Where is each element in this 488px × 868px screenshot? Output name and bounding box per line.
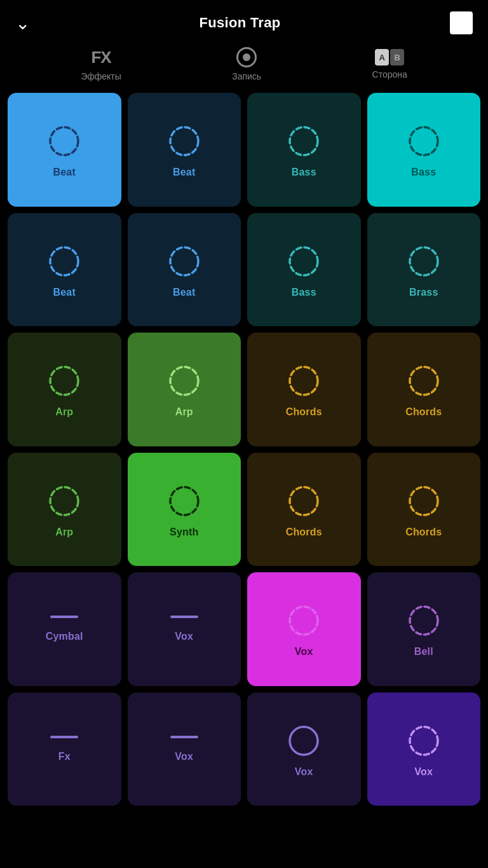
p13-label: Arp bbox=[55, 527, 73, 538]
pad-p23[interactable]: Vox bbox=[247, 692, 361, 806]
svg-point-4 bbox=[50, 247, 78, 275]
svg-point-5 bbox=[170, 247, 198, 275]
svg-point-7 bbox=[410, 247, 438, 275]
svg-point-15 bbox=[410, 487, 438, 515]
pad-p4[interactable]: Bass bbox=[367, 93, 481, 207]
pad-p7[interactable]: Bass bbox=[247, 213, 361, 327]
header-square-button[interactable] bbox=[450, 11, 473, 34]
fx-button[interactable]: FX Эффекты bbox=[81, 48, 121, 81]
pad-p14[interactable]: Synth bbox=[128, 453, 241, 567]
pad-p16[interactable]: Chords bbox=[367, 453, 481, 567]
svg-point-9 bbox=[170, 367, 198, 395]
svg-point-6 bbox=[290, 247, 318, 275]
svg-point-19 bbox=[410, 727, 438, 755]
header: ⌄ Fusion Trap bbox=[0, 0, 488, 41]
toolbar: FX Эффекты Запись A B Сторона bbox=[0, 41, 488, 93]
ab-label: Сторона bbox=[372, 69, 407, 79]
fx-icon: FX bbox=[91, 48, 111, 67]
p11-label: Chords bbox=[286, 406, 322, 418]
p8-label: Brass bbox=[409, 287, 438, 298]
p21-dash-icon bbox=[50, 736, 78, 738]
p20-label: Bell bbox=[414, 646, 433, 658]
p3-label: Bass bbox=[292, 167, 316, 178]
p19-label: Vox bbox=[295, 646, 313, 658]
p8-circle-icon bbox=[403, 241, 444, 282]
svg-point-12 bbox=[50, 487, 78, 515]
p23-label: Vox bbox=[295, 766, 313, 778]
pad-p19[interactable]: Vox bbox=[247, 572, 361, 686]
p14-circle-icon bbox=[164, 481, 205, 521]
pad-p12[interactable]: Chords bbox=[367, 333, 481, 446]
record-button[interactable]: Запись bbox=[232, 47, 261, 81]
pad-p11[interactable]: Chords bbox=[247, 333, 361, 446]
pad-p15[interactable]: Chords bbox=[247, 453, 361, 567]
p16-label: Chords bbox=[405, 527, 442, 538]
p1-label: Beat bbox=[53, 167, 76, 178]
p17-dash-icon bbox=[50, 616, 78, 618]
pad-p18[interactable]: Vox bbox=[128, 572, 241, 686]
p12-label: Chords bbox=[405, 406, 442, 418]
pad-p24[interactable]: Vox bbox=[367, 692, 481, 806]
pad-p22[interactable]: Vox bbox=[128, 692, 241, 806]
p4-circle-icon bbox=[403, 121, 444, 162]
svg-point-10 bbox=[290, 367, 318, 395]
p9-label: Arp bbox=[55, 406, 73, 418]
p15-circle-icon bbox=[283, 481, 324, 521]
pad-grid: BeatBeatBassBassBeatBeatBassBrassArpArpC… bbox=[0, 93, 488, 806]
b-box: B bbox=[390, 49, 404, 65]
svg-point-1 bbox=[170, 127, 198, 155]
p18-label: Vox bbox=[175, 631, 193, 642]
pad-p20[interactable]: Bell bbox=[367, 572, 481, 686]
ab-icon: A B bbox=[375, 49, 404, 65]
fx-label: Эффекты bbox=[81, 71, 121, 81]
svg-point-13 bbox=[170, 487, 198, 515]
record-label: Запись bbox=[232, 71, 261, 81]
p5-circle-icon bbox=[44, 241, 85, 282]
pad-p21[interactable]: Fx bbox=[8, 692, 121, 806]
p19-circle-icon bbox=[283, 600, 324, 641]
p24-label: Vox bbox=[414, 766, 433, 778]
pad-p5[interactable]: Beat bbox=[8, 213, 121, 327]
p22-dash-icon bbox=[170, 736, 198, 738]
p10-circle-icon bbox=[164, 361, 205, 401]
p6-circle-icon bbox=[164, 241, 205, 282]
p15-label: Chords bbox=[286, 527, 322, 538]
pad-p1[interactable]: Beat bbox=[8, 93, 121, 207]
pad-p9[interactable]: Arp bbox=[8, 333, 121, 446]
pad-p17[interactable]: Cymbal bbox=[8, 572, 121, 686]
p17-label: Cymbal bbox=[46, 631, 83, 642]
back-chevron[interactable]: ⌄ bbox=[15, 13, 30, 34]
p24-circle-icon bbox=[403, 720, 444, 761]
svg-point-18 bbox=[290, 727, 318, 755]
svg-point-14 bbox=[290, 487, 318, 515]
ab-side-button[interactable]: A B Сторона bbox=[372, 49, 407, 79]
pad-p10[interactable]: Arp bbox=[128, 333, 241, 446]
p5-label: Beat bbox=[53, 287, 76, 298]
svg-point-2 bbox=[290, 127, 318, 155]
p23-circle-icon bbox=[283, 720, 324, 761]
p4-label: Bass bbox=[411, 167, 436, 178]
pad-p3[interactable]: Bass bbox=[247, 93, 361, 207]
pad-p13[interactable]: Arp bbox=[8, 453, 121, 567]
p20-circle-icon bbox=[403, 600, 444, 641]
p6-label: Beat bbox=[173, 287, 195, 298]
svg-point-0 bbox=[50, 127, 78, 155]
p13-circle-icon bbox=[44, 481, 85, 521]
p3-circle-icon bbox=[283, 121, 324, 162]
pad-p6[interactable]: Beat bbox=[128, 213, 241, 327]
p10-label: Arp bbox=[175, 406, 193, 418]
p2-circle-icon bbox=[164, 121, 205, 162]
p21-label: Fx bbox=[58, 751, 71, 762]
svg-point-11 bbox=[410, 367, 438, 395]
p14-label: Synth bbox=[170, 527, 198, 538]
p2-label: Beat bbox=[173, 167, 195, 178]
page-title: Fusion Trap bbox=[200, 15, 281, 31]
p22-label: Vox bbox=[175, 751, 193, 762]
p7-circle-icon bbox=[283, 241, 324, 282]
svg-point-17 bbox=[410, 607, 438, 635]
p18-dash-icon bbox=[170, 616, 198, 618]
pad-p2[interactable]: Beat bbox=[128, 93, 241, 207]
pad-p8[interactable]: Brass bbox=[367, 213, 481, 327]
p11-circle-icon bbox=[283, 361, 324, 401]
svg-point-8 bbox=[50, 367, 78, 395]
